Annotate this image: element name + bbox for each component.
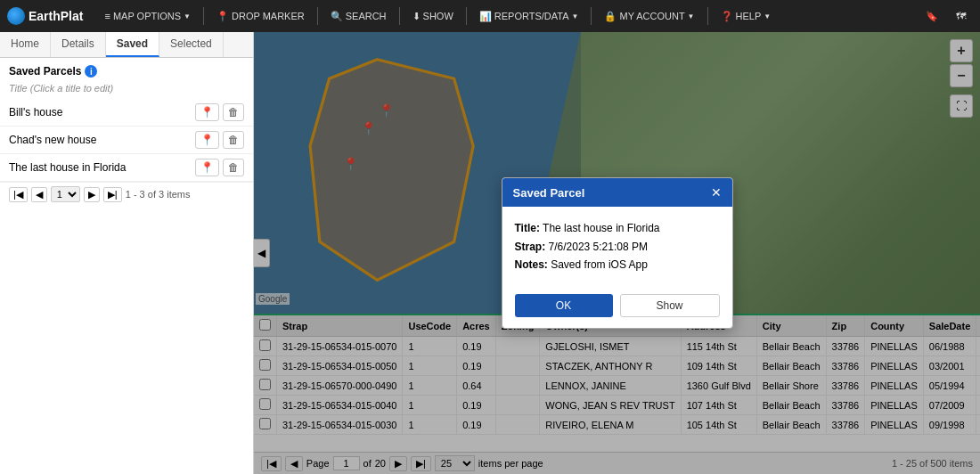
parcel-actions: 📍 🗑: [195, 103, 244, 121]
app-logo[interactable]: EarthPlat: [7, 7, 83, 25]
notes-value: Saved from iOS App: [551, 258, 648, 271]
notes-label: Notes:: [515, 258, 548, 271]
nav-separator: [707, 7, 708, 25]
saved-parcel-modal: Saved Parcel ✕ Title: The last house in …: [502, 177, 733, 328]
main-layout: Home Details Saved Selected Saved Parcel…: [0, 32, 980, 474]
nav-separator: [399, 7, 400, 25]
top-navigation: EarthPlat ≡ MAP OPTIONS ▼ 📍 DROP MARKER …: [0, 0, 980, 32]
nav-show[interactable]: ⬇ SHOW: [405, 0, 461, 32]
tab-selected[interactable]: Selected: [159, 32, 224, 57]
nav-my-account[interactable]: 🔒 MY ACCOUNT ▼: [597, 0, 701, 32]
caret-icon: ▼: [764, 12, 771, 20]
parcel-row[interactable]: Chad's new house 📍 🗑: [0, 127, 253, 154]
saved-parcels-header: Saved Parcels i: [0, 58, 253, 81]
map-area[interactable]: 📍 📍 📍 + − ⛶ ◀ 🔍 Google: [254, 32, 980, 474]
page-prev-button[interactable]: ◀: [31, 187, 47, 202]
caret-icon: ▼: [572, 12, 579, 20]
modal-title-field: Title: The last house in Florida: [515, 219, 720, 237]
nav-separator: [591, 7, 592, 25]
nav-map-options[interactable]: ≡ MAP OPTIONS ▼: [97, 0, 198, 32]
tab-bar: Home Details Saved Selected: [0, 32, 253, 58]
nav-separator: [466, 7, 467, 25]
logo-globe-icon: [7, 7, 25, 25]
parcel-location-button[interactable]: 📍: [195, 103, 219, 121]
modal-strap-field: Strap: 7/6/2023 5:21:08 PM: [515, 238, 720, 256]
parcel-delete-button[interactable]: 🗑: [223, 131, 244, 149]
tab-home[interactable]: Home: [0, 32, 51, 57]
tab-details[interactable]: Details: [51, 32, 106, 57]
parcel-name: The last house in Florida: [9, 161, 195, 174]
account-icon: 🔒: [604, 11, 617, 22]
modal-overlay: Saved Parcel ✕ Title: The last house in …: [254, 32, 980, 474]
modal-close-button[interactable]: ✕: [711, 185, 722, 200]
modal-header: Saved Parcel ✕: [502, 178, 732, 207]
parcel-actions: 📍 🗑: [195, 131, 244, 149]
parcel-delete-button[interactable]: 🗑: [223, 159, 244, 176]
pagination-total: 1 - 3 of 3 items: [126, 189, 191, 200]
title-hint: Title (Click a title to edit): [0, 81, 253, 99]
parcel-row[interactable]: Bill's house 📍 🗑: [0, 99, 253, 127]
caret-icon: ▼: [184, 12, 191, 20]
app-name: EarthPlat: [29, 9, 83, 23]
modal-notes-field: Notes: Saved from iOS App: [515, 256, 720, 274]
tab-saved[interactable]: Saved: [106, 32, 159, 57]
modal-ok-button[interactable]: OK: [515, 294, 613, 317]
title-value: The last house in Florida: [543, 222, 659, 234]
nav-separator: [317, 7, 318, 25]
map-options-icon: ≡: [104, 11, 110, 21]
strap-label: Strap:: [515, 241, 546, 253]
pin-icon: 📍: [216, 11, 229, 22]
modal-show-button[interactable]: Show: [620, 294, 720, 317]
modal-footer: OK Show: [502, 287, 732, 328]
saved-parcels-title: Saved Parcels: [9, 65, 81, 78]
search-icon: 🔍: [331, 11, 343, 22]
caret-icon: ▼: [688, 12, 695, 20]
parcel-location-button[interactable]: 📍: [195, 131, 219, 149]
page-last-button[interactable]: ▶|: [103, 187, 122, 202]
parcel-location-button[interactable]: 📍: [195, 159, 219, 176]
parcel-name: Bill's house: [9, 106, 195, 118]
parcel-actions: 📍 🗑: [195, 159, 244, 176]
reports-icon: 📊: [479, 11, 492, 22]
parcel-name: Chad's new house: [9, 134, 195, 146]
nav-icon-map[interactable]: 🗺: [949, 0, 973, 32]
info-icon[interactable]: i: [85, 65, 97, 78]
nav-reports[interactable]: 📊 REPORTS/DATA ▼: [472, 0, 586, 32]
page-next-button[interactable]: ▶: [84, 187, 100, 202]
modal-body: Title: The last house in Florida Strap: …: [502, 207, 732, 286]
nav-search[interactable]: 🔍 SEARCH: [323, 0, 394, 32]
parcel-delete-button[interactable]: 🗑: [223, 103, 244, 121]
left-panel: Home Details Saved Selected Saved Parcel…: [0, 32, 254, 474]
nav-drop-marker[interactable]: 📍 DROP MARKER: [209, 0, 312, 32]
modal-title: Saved Parcel: [513, 186, 585, 200]
nav-help[interactable]: ❓ HELP ▼: [714, 0, 779, 32]
nav-icon-bookmark[interactable]: 🔖: [919, 0, 945, 32]
page-first-button[interactable]: |◀: [9, 187, 28, 202]
show-icon: ⬇: [412, 11, 421, 22]
nav-separator: [203, 7, 204, 25]
parcel-row[interactable]: The last house in Florida 📍 🗑: [0, 154, 253, 182]
title-label: Title:: [515, 222, 540, 234]
parcels-pagination: |◀ ◀ 1 ▶ ▶| 1 - 3 of 3 items: [0, 182, 253, 206]
strap-value: 7/6/2023 5:21:08 PM: [549, 241, 648, 253]
page-select[interactable]: 1: [51, 186, 80, 202]
help-icon: ❓: [721, 11, 733, 22]
